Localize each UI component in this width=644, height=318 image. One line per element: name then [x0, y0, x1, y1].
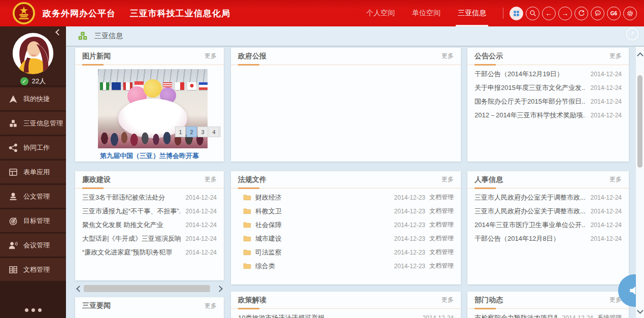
sidebar-item-my-shortcuts[interactable]: 我的快捷 — [0, 87, 66, 110]
scroll-right-icon[interactable] — [217, 285, 224, 292]
news-row[interactable]: 关于申报2015年度三亚市文化产业发... 2014-12-24 — [474, 81, 622, 94]
folder-row[interactable]: 综合类 2014-12-23 文档管理 — [243, 259, 454, 273]
stamp-icon — [8, 192, 18, 202]
folder-icon — [243, 249, 251, 256]
news-row[interactable]: 2012－2014年三亚市科学技术奖励项... 2014-12-24 — [474, 108, 622, 122]
search-icon[interactable] — [526, 7, 539, 20]
sidebar-item-meeting-mgmt[interactable]: 会议管理 — [0, 234, 66, 257]
panel-picture-news: 图片新闻 更多 12345 第九届中国（三亚）兰博会昨开幕 — [75, 48, 224, 162]
content-title: 三亚信息 — [94, 31, 123, 41]
arrow-right-icon[interactable]: → — [558, 7, 572, 20]
sidebar-item-sanya-info-mgmt[interactable]: 三亚信息管理 — [0, 112, 66, 135]
org-title: 三亚市科技工业信息化局 — [130, 9, 230, 18]
blocks-icon — [8, 118, 18, 129]
v-scroll-thumb[interactable] — [637, 75, 642, 168]
avatar[interactable] — [12, 33, 54, 74]
page-number[interactable]: 3 — [197, 126, 208, 137]
news-row[interactable]: 10类旅游市场违法违规可举报 2014-12-24 — [238, 311, 454, 318]
news-row[interactable]: 三亚市人民政府办公室关于调整市政... 2014-12-24 — [474, 204, 622, 218]
clock-icon[interactable] — [626, 27, 639, 41]
news-row[interactable]: 三亚市通报九起“不干事、不担事”... 2014-12-24 — [82, 204, 217, 218]
top-header: 政务外网办公平台 三亚市科技工业信息化局 个人空间 单位空间 三亚信息 ← → — [0, 0, 644, 26]
news-row[interactable]: 大型话剧《牛开成》三亚巡演反响热... 2014-12-24 — [82, 232, 217, 245]
target-icon — [8, 216, 18, 226]
news-row[interactable]: 2014年三亚市医疗卫生事业单位公开... 2014-12-24 — [474, 218, 622, 232]
page-number[interactable]: 2 — [186, 126, 197, 137]
more-link[interactable]: 更多 — [205, 175, 217, 184]
vertical-scrollbar[interactable] — [636, 47, 644, 318]
folder-row[interactable]: 科教文卫 2014-12-23 文档管理 — [243, 204, 454, 218]
photo-pagination: 12345 — [175, 126, 221, 138]
more-link[interactable]: 更多 — [442, 175, 454, 184]
online-user-count: 22人 — [32, 77, 46, 86]
panel-regulations: 法规文件 更多 财政经济 2014-12-23 文档管理 科教文卫 2014-1… — [231, 171, 461, 284]
sidebar-item-official-docs[interactable]: 公文管理 — [0, 185, 66, 208]
panel-clean-gov: 廉政建设 更多 三亚3名干部违纪被依法处分 2014-12-24 三亚市通报九起… — [75, 171, 224, 280]
news-row[interactable]: 干部公告（2014年12月19日） 2014-12-24 — [474, 67, 622, 81]
documents-icon — [8, 265, 18, 275]
folder-row[interactable]: 社会保障 2014-12-23 文档管理 — [243, 218, 454, 232]
nav-personal-space[interactable]: 个人空间 — [366, 0, 395, 26]
nav-unit-space[interactable]: 单位空间 — [412, 0, 440, 26]
blocks-green-icon — [77, 30, 88, 42]
folder-row[interactable]: 司法监察 2014-12-23 文档管理 — [243, 245, 454, 259]
scroll-left-icon[interactable] — [75, 285, 82, 292]
h-scroll-thumb[interactable] — [84, 285, 210, 292]
news-row[interactable]: 聚焦文化发展 助推文化产业 2014-12-24 — [82, 218, 217, 232]
folder-icon — [243, 235, 251, 242]
panel-title: 政策解读 — [238, 296, 442, 305]
folder-icon — [243, 263, 251, 269]
nav-sanya-info[interactable]: 三亚信息 — [458, 0, 486, 26]
speaker-person-icon — [8, 240, 18, 250]
sidebar-nav: 我的快捷 三亚信息管理 协同工作 — [0, 87, 66, 281]
sidebar-more-dots-icon[interactable] — [0, 308, 66, 312]
page-number[interactable]: 1 — [175, 126, 186, 137]
horizontal-scrollbar — [75, 283, 224, 294]
sidebar-item-collaboration[interactable]: 协同工作 — [0, 136, 66, 159]
header-icon-group: ← → G6 — [510, 7, 637, 20]
sidebar-item-goal-mgmt[interactable]: 目标管理 — [0, 209, 66, 232]
sidebar-item-form-apps[interactable]: 表单应用 — [0, 161, 66, 183]
form-table-icon — [8, 167, 18, 177]
apps-grid-icon[interactable] — [510, 7, 523, 20]
page-title: 政务外网办公平台 三亚市科技工业信息化局 — [43, 8, 230, 19]
header-nav: 个人空间 单位空间 三亚信息 — [358, 0, 495, 26]
panel-announcements: 公告公示 更多 干部公告（2014年12月19日） 2014-12-24 关于申… — [467, 48, 629, 162]
page-number[interactable]: 5 — [220, 126, 221, 137]
g6-icon[interactable]: G6 — [607, 7, 621, 20]
check-icon: ✓ — [20, 77, 28, 85]
news-row[interactable]: 市检察院全力预防涉农项目服务犯罪 2014-12-24 系统管理 — [474, 311, 622, 318]
header-divider — [503, 8, 503, 19]
panel-personnel: 人事信息 更多 三亚市人民政府办公室关于调整市政... 2014-12-24 三… — [467, 171, 629, 284]
more-link[interactable]: 更多 — [609, 175, 622, 184]
news-row[interactable]: 干部公告（2014年12月8日） 2014-12-24 — [474, 232, 622, 245]
panel-title: 图片新闻 — [82, 52, 205, 61]
chat-icon[interactable] — [591, 7, 604, 20]
news-row[interactable]: 三亚市人民政府办公室关于调整市政... 2014-12-24 — [474, 190, 622, 204]
more-link[interactable]: 更多 — [442, 52, 454, 60]
refresh-icon[interactable] — [574, 7, 588, 20]
panel-policy: 政策解读 更多 10类旅游市场违法违规可举报 2014-12-24 — [231, 292, 461, 318]
scroll-down-icon[interactable] — [636, 308, 643, 315]
page-number[interactable]: 4 — [209, 126, 219, 137]
sidebar-item-doc-mgmt[interactable]: 文档管理 — [0, 258, 66, 281]
arrow-left-icon[interactable]: ← — [542, 7, 556, 20]
news-row[interactable]: “廉政文化进家庭”预防职务犯罪 2014-12-24 — [82, 245, 217, 259]
news-row[interactable]: 三亚3名干部违纪被依法处分 2014-12-24 — [82, 190, 217, 204]
folder-icon — [243, 221, 251, 228]
more-link[interactable]: 更多 — [205, 52, 217, 60]
panel-departments: 部门动态 更多 市检察院全力预防涉农项目服务犯罪 2014-12-24 系统管理 — [467, 292, 629, 318]
folder-row[interactable]: 财政经济 2014-12-23 文档管理 — [243, 190, 454, 204]
settings-gear-icon[interactable] — [623, 7, 637, 20]
folder-row[interactable]: 城市建设 2014-12-23 文档管理 — [243, 232, 454, 245]
more-link[interactable]: 更多 — [442, 296, 454, 304]
more-link[interactable]: 更多 — [609, 52, 622, 60]
photo-caption[interactable]: 第九届中国（三亚）兰博会昨开幕 — [75, 151, 224, 161]
sidebar-collapse-icon[interactable] — [54, 28, 62, 37]
panel-title: 部门动态 — [474, 296, 609, 305]
main-content: 三亚信息 图片新闻 更多 12345 第九届中国（三亚）兰博会昨开 — [66, 26, 644, 318]
news-row[interactable]: 国务院办公厅关于2015年部分节假日... 2014-12-24 — [474, 94, 622, 108]
folder-icon — [243, 194, 251, 201]
more-link[interactable]: 更多 — [205, 302, 217, 310]
scroll-up-icon[interactable] — [636, 51, 643, 58]
